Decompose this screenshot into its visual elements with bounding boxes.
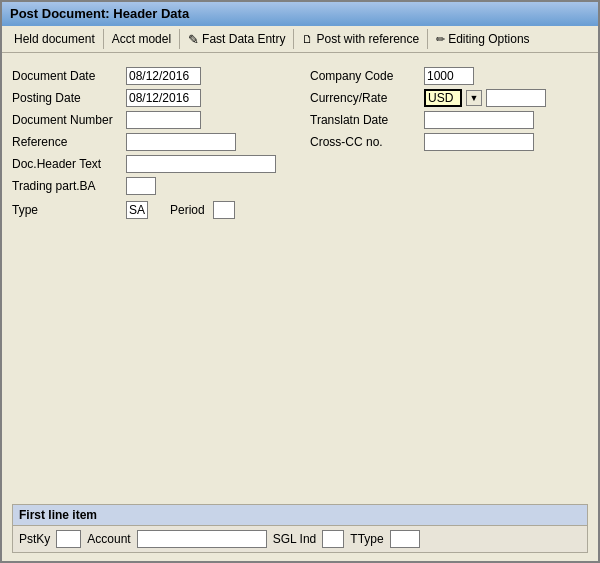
ttype-input[interactable] xyxy=(390,530,420,548)
document-date-label: Document Date xyxy=(12,69,122,83)
type-label: Type xyxy=(12,203,122,217)
period-input[interactable] xyxy=(213,201,235,219)
posting-date-input[interactable] xyxy=(126,89,201,107)
document-number-input[interactable] xyxy=(126,111,201,129)
translatn-date-row: Translatn Date xyxy=(310,111,588,129)
ttype-label: TType xyxy=(350,532,383,546)
document-number-label: Document Number xyxy=(12,113,122,127)
document-number-row: Document Number xyxy=(12,111,290,129)
reference-row: Reference xyxy=(12,133,290,151)
fast-data-entry-icon: ✎ xyxy=(188,32,199,47)
editing-options-label: Editing Options xyxy=(448,32,529,46)
first-line-item-header: First line item xyxy=(13,505,587,526)
company-code-label: Company Code xyxy=(310,69,420,83)
type-period-row: Type Period xyxy=(12,201,290,219)
separator-4 xyxy=(427,29,428,49)
account-label: Account xyxy=(87,532,130,546)
held-document-label: Held document xyxy=(14,32,95,46)
toolbar: Held document Acct model ✎ Fast Data Ent… xyxy=(2,26,598,53)
first-line-item-section: First line item PstKy Account SGL Ind TT… xyxy=(12,504,588,553)
cross-cc-row: Cross-CC no. xyxy=(310,133,588,151)
currency-rate-row: Currency/Rate ▼ xyxy=(310,89,588,107)
document-date-input[interactable] xyxy=(126,67,201,85)
fast-data-entry-label: Fast Data Entry xyxy=(202,32,285,46)
currency-input[interactable] xyxy=(424,89,462,107)
type-input[interactable] xyxy=(126,201,148,219)
title-bar: Post Document: Header Data xyxy=(2,2,598,26)
account-input[interactable] xyxy=(137,530,267,548)
separator-1 xyxy=(103,29,104,49)
first-line-item-row: PstKy Account SGL Ind TType xyxy=(13,526,587,552)
main-content: Document Date Posting Date Document Numb… xyxy=(2,53,598,561)
main-window: Post Document: Header Data Held document… xyxy=(0,0,600,563)
post-reference-icon: 🗋 xyxy=(302,33,313,45)
sgl-ind-label: SGL Ind xyxy=(273,532,317,546)
document-date-row: Document Date xyxy=(12,67,290,85)
acct-model-button[interactable]: Acct model xyxy=(106,30,177,48)
currency-picker-button[interactable]: ▼ xyxy=(466,90,482,106)
form-area: Document Date Posting Date Document Numb… xyxy=(12,61,588,225)
period-label: Period xyxy=(170,203,205,217)
doc-header-text-input[interactable] xyxy=(126,155,276,173)
first-line-item-title: First line item xyxy=(19,508,97,522)
company-code-input[interactable] xyxy=(424,67,474,85)
pstky-label: PstKy xyxy=(19,532,50,546)
cross-cc-input[interactable] xyxy=(424,133,534,151)
doc-header-text-row: Doc.Header Text xyxy=(12,155,290,173)
reference-label: Reference xyxy=(12,135,122,149)
held-document-button[interactable]: Held document xyxy=(8,30,101,48)
acct-model-label: Acct model xyxy=(112,32,171,46)
trading-part-row: Trading part.BA xyxy=(12,177,290,195)
left-section: Document Date Posting Date Document Numb… xyxy=(12,67,290,219)
pstky-input[interactable] xyxy=(56,530,81,548)
fast-data-entry-button[interactable]: ✎ Fast Data Entry xyxy=(182,30,291,49)
separator-3 xyxy=(293,29,294,49)
currency-rate-label: Currency/Rate xyxy=(310,91,420,105)
posting-date-row: Posting Date xyxy=(12,89,290,107)
posting-date-label: Posting Date xyxy=(12,91,122,105)
trading-part-label: Trading part.BA xyxy=(12,179,122,193)
company-code-row: Company Code xyxy=(310,67,588,85)
currency-rate-input[interactable] xyxy=(486,89,546,107)
sgl-ind-input[interactable] xyxy=(322,530,344,548)
doc-header-text-label: Doc.Header Text xyxy=(12,157,122,171)
separator-2 xyxy=(179,29,180,49)
post-with-reference-button[interactable]: 🗋 Post with reference xyxy=(296,30,425,48)
content-spacer xyxy=(12,225,588,504)
right-section: Company Code Currency/Rate ▼ Translatn D… xyxy=(310,67,588,219)
translatn-date-label: Translatn Date xyxy=(310,113,420,127)
cross-cc-label: Cross-CC no. xyxy=(310,135,420,149)
reference-input[interactable] xyxy=(126,133,236,151)
editing-options-icon: ✏ xyxy=(436,33,445,46)
translatn-date-input[interactable] xyxy=(424,111,534,129)
window-title: Post Document: Header Data xyxy=(10,6,189,21)
trading-part-input[interactable] xyxy=(126,177,156,195)
post-with-reference-label: Post with reference xyxy=(316,32,419,46)
editing-options-button[interactable]: ✏ Editing Options xyxy=(430,30,535,48)
